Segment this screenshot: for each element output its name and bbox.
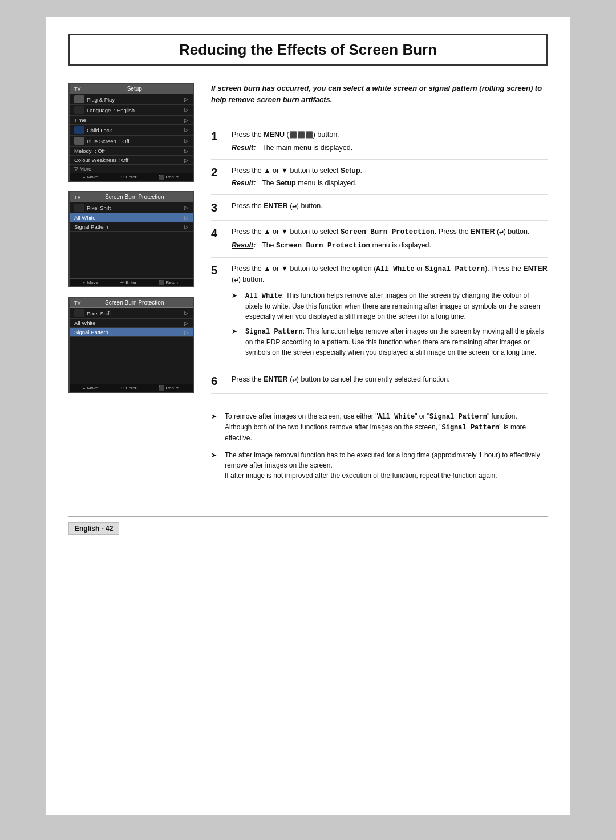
tv-menu-burn2-header: TV Screen Burn Protection (70, 298, 193, 308)
tv-row-allwhite2: All White ▷ (70, 319, 193, 328)
tv-icon-lang (74, 106, 84, 114)
page-title-box: Reducing the Effects of Screen Burn (68, 34, 548, 66)
tv-menu-footer-3: ⬧ Move ↵ Enter ⬛ Return (70, 384, 193, 392)
tv-menu-burn2-title: Screen Burn Protection (81, 299, 188, 306)
arrow-sigpat2: ▷ (184, 330, 188, 335)
tv-row-childlock: Child Lock ▷ (70, 125, 193, 136)
step-num-5: 5 (211, 263, 225, 277)
tv-menu-setup-header: TV Setup (70, 84, 193, 94)
footer-page-label: English - 42 (68, 522, 119, 535)
tv-more: ▽ More (70, 165, 193, 173)
tv-menu-burn2: TV Screen Burn Protection Pixel Shift ▷ … (68, 297, 194, 393)
tv-menu-burn1: TV Screen Burn Protection Pixel Shift ▷ … (68, 191, 194, 287)
tv-icon-plug (74, 95, 84, 103)
tv-menu-setup-body: Plug & Play ▷ Language : English ▷ T (70, 94, 193, 173)
tv-menu-burn1-body: Pixel Shift ▷ All White ▷ Signal Pattern (70, 202, 193, 278)
step-3-text: Press the ENTER (↵) button. (232, 201, 548, 212)
step-2-result: Result: The Setup menu is displayed. (232, 178, 548, 189)
tv-menu-footer-2: ⬧ Move ↵ Enter ⬛ Return (70, 278, 193, 286)
step-2: 2 Press the ▲ or ▼ button to select Setu… (211, 160, 548, 196)
tv-icon-pixel1 (74, 204, 84, 212)
arrow-icon-2: ➤ (232, 326, 240, 358)
note-1-text: To remove after images on the screen, us… (225, 411, 548, 443)
tv-row-melody: Melody : Off ▷ (70, 147, 193, 156)
intro-text: If screen burn has occurred, you can sel… (211, 83, 548, 112)
step-3-content: Press the ENTER (↵) button. (232, 201, 548, 212)
arrow-melody: ▷ (184, 148, 188, 154)
arrow-icon-1: ➤ (232, 290, 240, 322)
tv-row-language: Language : English ▷ (70, 105, 193, 116)
step-num-1: 1 (211, 129, 225, 143)
tv-row-allwhite1: All White ▷ (70, 213, 193, 222)
arrow-child: ▷ (184, 127, 188, 133)
main-layout: TV Setup Plug & Play ▷ Languag (68, 83, 548, 493)
tv-row-plug: Plug & Play ▷ (70, 94, 193, 105)
note-arrow-1: ➤ (211, 411, 219, 443)
arrow-plug: ▷ (184, 96, 188, 102)
step-4-result: Result: The Screen Burn Protection menu … (232, 240, 548, 251)
step-5-sub-2: ➤ Signal Pattern: This function helps re… (232, 326, 548, 358)
page-container: Reducing the Effects of Screen Burn TV S… (46, 17, 570, 815)
step-num-3: 3 (211, 201, 225, 214)
right-column: If screen burn has occurred, you can sel… (211, 83, 548, 493)
arrow-blue: ▷ (184, 138, 188, 144)
arrow-lang: ▷ (184, 107, 188, 113)
step-5-content: Press the ▲ or ▼ button to select the op… (232, 263, 548, 363)
tv-row-colourweak: Colour Weakness : Off ▷ (70, 156, 193, 165)
tv-row-bluescreen: Blue Screen : Off ▷ (70, 136, 193, 147)
step-num-4: 4 (211, 226, 225, 240)
tv-row-pixelshift2: Pixel Shift ▷ (70, 308, 193, 319)
left-column: TV Setup Plug & Play ▷ Languag (68, 83, 200, 493)
step-1-text: Press the MENU (⬛⬛⬛) button. (232, 129, 548, 140)
step-num-6: 6 (211, 374, 225, 388)
step-1-result: Result: The main menu is displayed. (232, 143, 548, 153)
step-4: 4 Press the ▲ or ▼ button to select Scre… (211, 221, 548, 258)
step-3: 3 Press the ENTER (↵) button. (211, 195, 548, 221)
tv-row-sigpat2: Signal Pattern ▷ (70, 328, 193, 337)
arrow-allwhite1: ▷ (184, 215, 188, 221)
tv-menu-burn1-header: TV Screen Burn Protection (70, 192, 193, 202)
tv-row-sigpat1: Signal Pattern ▷ (70, 222, 193, 232)
steps-list: 1 Press the MENU (⬛⬛⬛) button. Result: T… (211, 124, 548, 394)
step-5-sublist: ➤ All White: This function helps remove … (232, 290, 548, 358)
step-5-sub-2-text: Signal Pattern: This function helps remo… (245, 326, 548, 358)
tv-menu-footer-1: ⬧ Move ↵ Enter ⬛ Return (70, 173, 193, 181)
note-2-text: The after image removal function has to … (225, 450, 548, 481)
page-footer: English - 42 (68, 516, 548, 535)
step-6-content: Press the ENTER (↵) button to cancel the… (232, 374, 548, 385)
step-5-text: Press the ▲ or ▼ button to select the op… (232, 263, 548, 286)
step-5: 5 Press the ▲ or ▼ button to select the … (211, 258, 548, 369)
step-6: 6 Press the ENTER (↵) button to cancel t… (211, 368, 548, 394)
step-5-sub-1-text: All White: This function helps remove af… (245, 290, 548, 322)
step-4-content: Press the ▲ or ▼ button to select Screen… (232, 226, 548, 251)
step-6-text: Press the ENTER (↵) button to cancel the… (232, 374, 548, 385)
page-title: Reducing the Effects of Screen Burn (81, 41, 535, 59)
tv-icon-pixel2 (74, 309, 84, 317)
tv-menu-burn1-title: Screen Burn Protection (81, 194, 188, 200)
note-1: ➤ To remove after images on the screen, … (211, 411, 548, 443)
tv-menu-setup-title: Setup (81, 86, 188, 92)
tv-icon-blue (74, 137, 84, 145)
arrow-pixel1: ▷ (184, 205, 188, 210)
step-1-content: Press the MENU (⬛⬛⬛) button. Result: The… (232, 129, 548, 153)
note-2: ➤ The after image removal function has t… (211, 450, 548, 481)
tv-menu-burn2-body: Pixel Shift ▷ All White ▷ Signal Pattern (70, 308, 193, 384)
step-num-2: 2 (211, 165, 225, 179)
step-4-text: Press the ▲ or ▼ button to select Screen… (232, 226, 548, 238)
arrow-colourweak: ▷ (184, 157, 188, 163)
tv-icon-lock (74, 126, 84, 134)
arrow-time: ▷ (184, 117, 188, 123)
arrow-pixel2: ▷ (184, 310, 188, 316)
notes-section: ➤ To remove after images on the screen, … (211, 405, 548, 493)
tv-label-1: TV (74, 86, 81, 92)
tv-label-2: TV (74, 194, 81, 200)
arrow-allwhite2: ▷ (184, 320, 188, 326)
arrow-sigpat1: ▷ (184, 224, 188, 230)
tv-row-pixelshift1: Pixel Shift ▷ (70, 202, 193, 213)
tv-row-time: Time ▷ (70, 116, 193, 125)
step-5-sub-1: ➤ All White: This function helps remove … (232, 290, 548, 322)
step-2-text: Press the ▲ or ▼ button to select Setup. (232, 165, 548, 176)
tv-menu-setup: TV Setup Plug & Play ▷ Languag (68, 83, 194, 182)
step-2-content: Press the ▲ or ▼ button to select Setup.… (232, 165, 548, 189)
tv-label-3: TV (74, 300, 81, 306)
